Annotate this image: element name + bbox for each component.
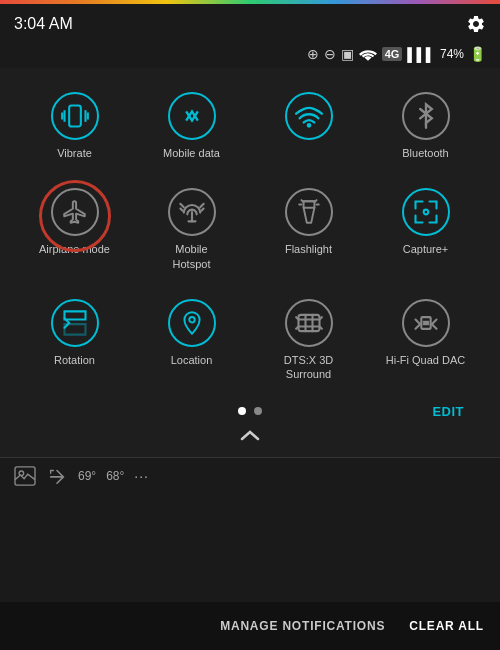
location-icon	[179, 309, 205, 337]
svg-line-12	[200, 204, 204, 208]
qs-bluetooth-label: Bluetooth	[402, 146, 448, 160]
more-dots[interactable]: ···	[134, 468, 149, 484]
svg-line-10	[201, 209, 203, 211]
qs-mobile-data-label: Mobile data	[163, 146, 220, 160]
qs-row-2: Airplane mode Mobile Hotspot	[16, 174, 484, 285]
qs-vibrate[interactable]: Vibrate	[16, 82, 133, 170]
qs-dts-icon-wrap	[285, 299, 333, 347]
svg-rect-34	[15, 467, 35, 485]
notification-image-icon	[14, 466, 36, 486]
quick-settings-panel: Vibrate Mobile data	[0, 68, 500, 457]
svg-point-21	[189, 317, 194, 322]
qs-capture-icon-wrap	[402, 188, 450, 236]
battery-percent: 74%	[440, 47, 464, 61]
dts-icon	[295, 309, 323, 337]
qs-row-3: Rotation Location	[16, 285, 484, 396]
qs-location-label: Location	[171, 353, 213, 367]
vibrate-icon	[61, 102, 89, 130]
qs-flashlight[interactable]: Flashlight	[250, 178, 367, 281]
svg-rect-31	[421, 317, 430, 329]
qs-airplane-mode[interactable]: Airplane mode	[16, 178, 133, 281]
qs-airplane-label: Airplane mode	[39, 242, 110, 256]
qs-vibrate-icon-wrap	[51, 92, 99, 140]
qs-airplane-icon-wrap	[51, 188, 99, 236]
qs-rotation-label: Rotation	[54, 353, 95, 367]
wifi-icon	[359, 47, 377, 61]
flashlight-icon	[296, 198, 322, 226]
pagination: EDIT	[16, 395, 484, 423]
bluetooth-icon	[415, 102, 437, 130]
hotspot-icon	[178, 198, 206, 226]
capture-icon	[412, 198, 440, 226]
svg-rect-0	[69, 106, 81, 127]
hifi-icon	[412, 309, 440, 337]
svg-line-11	[180, 204, 184, 208]
edit-button[interactable]: EDIT	[432, 404, 464, 419]
qs-hifi[interactable]: Hi-Fi Quad DAC	[367, 289, 484, 392]
qs-bluetooth-icon-wrap	[402, 92, 450, 140]
qs-flashlight-label: Flashlight	[285, 242, 332, 256]
bottom-bar: MANAGE NOTIFICATIONS CLEAR ALL	[0, 602, 500, 650]
qs-vibrate-label: Vibrate	[57, 146, 92, 160]
page-dot-1[interactable]	[238, 407, 246, 415]
status-bar: 3:04 AM	[0, 4, 500, 44]
qs-hotspot-icon-wrap	[168, 188, 216, 236]
qs-wifi-icon-wrap	[285, 92, 333, 140]
battery-save-icon: ▣	[341, 46, 354, 62]
qs-hifi-icon-wrap	[402, 299, 450, 347]
status-time: 3:04 AM	[14, 15, 73, 33]
lte-icon: 4G	[382, 47, 403, 61]
temp-display-2: 68°	[106, 469, 124, 483]
gear-icon[interactable]	[466, 14, 486, 34]
clear-all-button[interactable]: CLEAR ALL	[409, 619, 484, 633]
qs-mobile-data[interactable]: Mobile data	[133, 82, 250, 170]
manage-notifications-button[interactable]: MANAGE NOTIFICATIONS	[220, 619, 385, 633]
brightness-icon: ⊕	[307, 46, 319, 62]
status-row2: ⊕ ⊖ ▣ 4G ▌▌▌ 74% 🔋	[0, 44, 500, 68]
notification-area: 69° 68° ···	[0, 457, 500, 494]
qs-dts[interactable]: DTS:X 3D Surround	[250, 289, 367, 392]
qs-bluetooth[interactable]: Bluetooth	[367, 82, 484, 170]
battery-icon: 🔋	[469, 46, 486, 62]
qs-capture-label: Capture+	[403, 242, 449, 256]
qs-location-icon-wrap	[168, 299, 216, 347]
svg-marker-13	[303, 201, 314, 223]
svg-point-5	[307, 124, 309, 126]
qs-rotation[interactable]: Rotation	[16, 289, 133, 392]
svg-point-20	[423, 210, 428, 215]
svg-line-9	[180, 209, 182, 211]
qs-location[interactable]: Location	[133, 289, 250, 392]
qs-dts-label: DTS:X 3D Surround	[284, 353, 334, 382]
qs-row-1: Vibrate Mobile data	[16, 78, 484, 174]
qs-flashlight-icon-wrap	[285, 188, 333, 236]
airplane-icon	[62, 199, 88, 225]
page-dot-2[interactable]	[254, 407, 262, 415]
qs-hotspot[interactable]: Mobile Hotspot	[133, 178, 250, 281]
qs-hotspot-label: Mobile Hotspot	[173, 242, 211, 271]
qs-hifi-label: Hi-Fi Quad DAC	[386, 353, 465, 367]
notification-arrows-icon	[46, 466, 68, 486]
svg-rect-22	[298, 315, 319, 331]
qs-wifi[interactable]	[250, 82, 367, 170]
collapse-button[interactable]	[16, 423, 484, 453]
signal-icon: ▌▌▌	[407, 47, 435, 62]
minus-circle-icon: ⊖	[324, 46, 336, 62]
qs-rotation-icon-wrap	[51, 299, 99, 347]
qs-capture[interactable]: Capture+	[367, 178, 484, 281]
collapse-icon	[238, 429, 262, 443]
qs-mobile-data-icon-wrap	[168, 92, 216, 140]
wifi-qs-icon	[295, 104, 323, 128]
temp-display-1: 69°	[78, 469, 96, 483]
mobile-data-icon	[178, 102, 206, 130]
rotation-icon	[61, 309, 89, 337]
